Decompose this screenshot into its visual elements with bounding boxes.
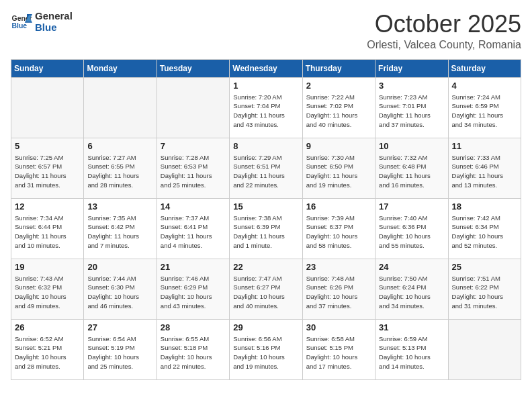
calendar-week-row: 5Sunrise: 7:25 AM Sunset: 6:57 PM Daylig…: [11, 138, 521, 198]
page-header: General Blue General Blue October 2025 O…: [11, 11, 521, 51]
calendar-cell: 3Sunrise: 7:23 AM Sunset: 7:01 PM Daylig…: [375, 77, 448, 138]
day-number: 13: [87, 201, 152, 212]
day-number: 21: [161, 262, 226, 272]
logo-icon: General Blue: [11, 13, 32, 32]
calendar-cell: 12Sunrise: 7:34 AM Sunset: 6:44 PM Dayli…: [11, 198, 84, 259]
calendar-title: October 2025: [367, 11, 521, 38]
day-info: Sunrise: 7:42 AM Sunset: 6:34 PM Dayligh…: [452, 214, 517, 250]
calendar-cell: 5Sunrise: 7:25 AM Sunset: 6:57 PM Daylig…: [11, 138, 84, 198]
day-info: Sunrise: 7:39 AM Sunset: 6:37 PM Dayligh…: [306, 214, 371, 250]
calendar-cell: 10Sunrise: 7:32 AM Sunset: 6:48 PM Dayli…: [375, 138, 448, 198]
calendar-cell: 13Sunrise: 7:35 AM Sunset: 6:42 PM Dayli…: [84, 198, 157, 259]
day-info: Sunrise: 7:40 AM Sunset: 6:36 PM Dayligh…: [379, 214, 444, 250]
day-number: 14: [161, 201, 226, 212]
day-info: Sunrise: 6:54 AM Sunset: 5:19 PM Dayligh…: [87, 334, 152, 371]
calendar-cell: 27Sunrise: 6:54 AM Sunset: 5:19 PM Dayli…: [84, 319, 157, 379]
day-number: 11: [452, 141, 517, 151]
day-info: Sunrise: 7:20 AM Sunset: 7:04 PM Dayligh…: [233, 93, 298, 130]
calendar-cell: 20Sunrise: 7:44 AM Sunset: 6:30 PM Dayli…: [84, 259, 157, 319]
day-number: 7: [161, 141, 226, 151]
day-number: 18: [452, 201, 517, 212]
day-info: Sunrise: 6:58 AM Sunset: 5:15 PM Dayligh…: [306, 334, 371, 371]
title-block: October 2025 Orlesti, Valcea County, Rom…: [367, 11, 521, 51]
logo: General Blue General Blue: [11, 11, 73, 33]
day-number: 4: [452, 81, 517, 91]
day-number: 9: [306, 141, 371, 151]
calendar-week-row: 1Sunrise: 7:20 AM Sunset: 7:04 PM Daylig…: [11, 77, 521, 138]
day-info: Sunrise: 7:46 AM Sunset: 6:29 PM Dayligh…: [161, 274, 226, 311]
weekday-header-sunday: Sunday: [11, 59, 84, 77]
day-number: 20: [87, 262, 152, 272]
calendar-week-row: 19Sunrise: 7:43 AM Sunset: 6:32 PM Dayli…: [11, 259, 521, 319]
calendar-cell: 6Sunrise: 7:27 AM Sunset: 6:55 PM Daylig…: [84, 138, 157, 198]
weekday-header-wednesday: Wednesday: [230, 59, 302, 77]
calendar-week-row: 12Sunrise: 7:34 AM Sunset: 6:44 PM Dayli…: [11, 198, 521, 259]
day-info: Sunrise: 6:56 AM Sunset: 5:16 PM Dayligh…: [233, 334, 298, 371]
calendar-cell: 18Sunrise: 7:42 AM Sunset: 6:34 PM Dayli…: [448, 198, 521, 259]
day-number: 12: [15, 201, 80, 212]
day-info: Sunrise: 7:37 AM Sunset: 6:41 PM Dayligh…: [161, 214, 226, 250]
day-number: 19: [15, 262, 80, 272]
calendar-cell: 26Sunrise: 6:52 AM Sunset: 5:21 PM Dayli…: [11, 319, 84, 379]
day-info: Sunrise: 7:48 AM Sunset: 6:26 PM Dayligh…: [306, 274, 371, 311]
day-number: 5: [15, 141, 80, 151]
weekday-header-row: SundayMondayTuesdayWednesdayThursdayFrid…: [11, 59, 521, 77]
svg-text:Blue: Blue: [12, 21, 28, 29]
calendar-cell: [84, 77, 157, 138]
calendar-cell: [448, 319, 521, 379]
day-info: Sunrise: 7:30 AM Sunset: 6:50 PM Dayligh…: [306, 153, 371, 190]
day-number: 25: [452, 262, 517, 272]
day-info: Sunrise: 7:27 AM Sunset: 6:55 PM Dayligh…: [87, 153, 152, 190]
day-info: Sunrise: 7:28 AM Sunset: 6:53 PM Dayligh…: [161, 153, 226, 190]
day-info: Sunrise: 6:59 AM Sunset: 5:13 PM Dayligh…: [379, 334, 444, 371]
day-info: Sunrise: 7:33 AM Sunset: 6:46 PM Dayligh…: [452, 153, 517, 190]
day-number: 22: [233, 262, 298, 272]
day-info: Sunrise: 7:25 AM Sunset: 6:57 PM Dayligh…: [15, 153, 80, 190]
day-number: 2: [306, 81, 371, 91]
day-info: Sunrise: 7:38 AM Sunset: 6:39 PM Dayligh…: [233, 214, 298, 250]
day-number: 16: [306, 201, 371, 212]
calendar-cell: 4Sunrise: 7:24 AM Sunset: 6:59 PM Daylig…: [448, 77, 521, 138]
calendar-cell: [11, 77, 84, 138]
calendar-cell: [157, 77, 229, 138]
calendar-cell: 22Sunrise: 7:47 AM Sunset: 6:27 PM Dayli…: [230, 259, 302, 319]
day-info: Sunrise: 7:24 AM Sunset: 6:59 PM Dayligh…: [452, 93, 517, 130]
weekday-header-tuesday: Tuesday: [157, 59, 229, 77]
day-info: Sunrise: 7:51 AM Sunset: 6:22 PM Dayligh…: [452, 274, 517, 311]
day-number: 29: [233, 322, 298, 332]
calendar-cell: 29Sunrise: 6:56 AM Sunset: 5:16 PM Dayli…: [230, 319, 302, 379]
day-info: Sunrise: 7:47 AM Sunset: 6:27 PM Dayligh…: [233, 274, 298, 311]
calendar-cell: 14Sunrise: 7:37 AM Sunset: 6:41 PM Dayli…: [157, 198, 229, 259]
calendar-cell: 1Sunrise: 7:20 AM Sunset: 7:04 PM Daylig…: [230, 77, 302, 138]
calendar-cell: 23Sunrise: 7:48 AM Sunset: 6:26 PM Dayli…: [302, 259, 375, 319]
calendar-cell: 21Sunrise: 7:46 AM Sunset: 6:29 PM Dayli…: [157, 259, 229, 319]
day-number: 26: [15, 322, 80, 332]
day-number: 8: [233, 141, 298, 151]
day-info: Sunrise: 7:29 AM Sunset: 6:51 PM Dayligh…: [233, 153, 298, 190]
calendar-cell: 9Sunrise: 7:30 AM Sunset: 6:50 PM Daylig…: [302, 138, 375, 198]
calendar-cell: 15Sunrise: 7:38 AM Sunset: 6:39 PM Dayli…: [230, 198, 302, 259]
calendar-cell: 28Sunrise: 6:55 AM Sunset: 5:18 PM Dayli…: [157, 319, 229, 379]
weekday-header-thursday: Thursday: [302, 59, 375, 77]
day-info: Sunrise: 7:22 AM Sunset: 7:02 PM Dayligh…: [306, 93, 371, 130]
calendar-week-row: 26Sunrise: 6:52 AM Sunset: 5:21 PM Dayli…: [11, 319, 521, 379]
day-number: 24: [379, 262, 444, 272]
calendar-cell: 8Sunrise: 7:29 AM Sunset: 6:51 PM Daylig…: [230, 138, 302, 198]
calendar-subtitle: Orlesti, Valcea County, Romania: [367, 39, 521, 51]
weekday-header-monday: Monday: [84, 59, 157, 77]
day-info: Sunrise: 7:34 AM Sunset: 6:44 PM Dayligh…: [15, 214, 80, 250]
calendar-cell: 24Sunrise: 7:50 AM Sunset: 6:24 PM Dayli…: [375, 259, 448, 319]
day-number: 10: [379, 141, 444, 151]
day-number: 17: [379, 201, 444, 212]
calendar-cell: 31Sunrise: 6:59 AM Sunset: 5:13 PM Dayli…: [375, 319, 448, 379]
day-info: Sunrise: 6:52 AM Sunset: 5:21 PM Dayligh…: [15, 334, 80, 371]
calendar-cell: 16Sunrise: 7:39 AM Sunset: 6:37 PM Dayli…: [302, 198, 375, 259]
day-info: Sunrise: 7:50 AM Sunset: 6:24 PM Dayligh…: [379, 274, 444, 311]
day-number: 6: [87, 141, 152, 151]
calendar-cell: 19Sunrise: 7:43 AM Sunset: 6:32 PM Dayli…: [11, 259, 84, 319]
logo-general-text: General: [35, 11, 73, 22]
day-info: Sunrise: 6:55 AM Sunset: 5:18 PM Dayligh…: [161, 334, 226, 371]
day-number: 28: [161, 322, 226, 332]
calendar-cell: 17Sunrise: 7:40 AM Sunset: 6:36 PM Dayli…: [375, 198, 448, 259]
day-info: Sunrise: 7:43 AM Sunset: 6:32 PM Dayligh…: [15, 274, 80, 311]
